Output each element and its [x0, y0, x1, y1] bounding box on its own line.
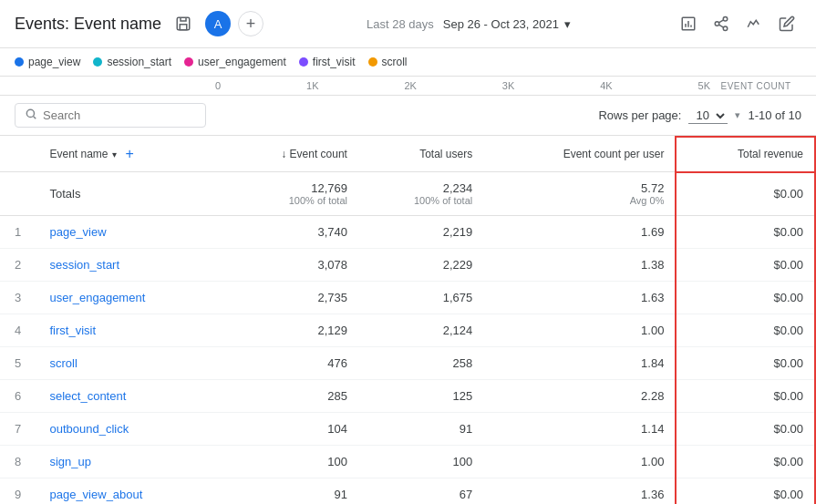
row-event-count: 3,740: [221, 216, 357, 249]
legend-item-session-start[interactable]: session_start: [93, 56, 171, 68]
row-total-users: 2,229: [358, 249, 483, 282]
axis-label-3k: 3K: [502, 80, 514, 91]
row-event-count: 2,735: [221, 282, 357, 314]
legend-label-first-visit: first_visit: [313, 56, 356, 68]
svg-point-4: [723, 26, 728, 31]
row-total-revenue: $0.00: [676, 314, 815, 347]
user-avatar-button[interactable]: A: [205, 11, 231, 36]
rows-per-page-label: Rows per page:: [598, 108, 681, 122]
row-total-revenue: $0.00: [676, 282, 815, 314]
row-num: 4: [0, 314, 38, 347]
table-row: 4 first_visit 2,129 2,124 1.00 $0.00: [0, 314, 815, 347]
legend-dot-page-view: [15, 57, 24, 67]
row-num: 2: [0, 249, 38, 282]
pagination-range: 1-10 of 10: [748, 108, 801, 122]
row-event-count: 476: [221, 347, 357, 380]
row-num: 6: [0, 380, 38, 413]
legend-item-first-visit[interactable]: first_visit: [299, 56, 356, 68]
row-total-revenue: $0.00: [676, 380, 815, 413]
table-row: 7 outbound_click 104 91 1.14 $0.00: [0, 413, 815, 446]
row-event-name[interactable]: first_visit: [38, 314, 221, 347]
date-range-picker[interactable]: Last 28 days Sep 26 - Oct 23, 2021 ▾: [367, 17, 571, 31]
col-header-total-users[interactable]: Total users: [358, 137, 483, 172]
add-comparison-button[interactable]: +: [238, 11, 263, 36]
save-report-button[interactable]: [169, 9, 198, 38]
legend-dot-session-start: [93, 57, 102, 67]
legend-dot-user-engagement: [184, 57, 193, 67]
pagination-info: Rows per page: 10 25 50 ▾ 1-10 of 10: [598, 108, 801, 124]
row-total-revenue: $0.00: [676, 446, 815, 478]
table-row: 3 user_engagement 2,735 1,675 1.63 $0.00: [0, 282, 815, 314]
date-range-label: Last 28 days: [367, 17, 434, 31]
row-event-name[interactable]: user_engagement: [38, 282, 221, 314]
share-icon-button[interactable]: [707, 9, 736, 38]
row-event-name[interactable]: sign_up: [38, 446, 221, 478]
row-event-count-per-user: 1.00: [483, 314, 676, 347]
row-event-count: 91: [221, 478, 357, 505]
events-table: Event name ▾ + ↓ Event count Total users…: [0, 136, 816, 504]
row-event-count: 3,078: [221, 249, 357, 282]
row-event-name[interactable]: session_start: [38, 249, 221, 282]
row-event-count-per-user: 1.84: [483, 347, 676, 380]
col-header-event-count[interactable]: ↓ Event count: [221, 137, 357, 172]
add-dimension-button[interactable]: +: [126, 146, 134, 162]
totals-event-count: 12,769 100% of total: [221, 172, 357, 216]
row-event-name[interactable]: select_content: [38, 380, 221, 413]
row-total-users: 2,124: [358, 314, 483, 347]
event-name-dropdown-icon: ▾: [112, 149, 117, 159]
totals-label: Totals: [38, 172, 221, 216]
row-event-name[interactable]: scroll: [38, 347, 221, 380]
row-event-count-per-user: 2.28: [483, 380, 676, 413]
row-total-revenue: $0.00: [676, 413, 815, 446]
legend-label-user-engagement: user_engagement: [198, 56, 286, 68]
row-event-count-per-user: 1.14: [483, 413, 676, 446]
row-total-users: 258: [358, 347, 483, 380]
legend-item-user-engagement[interactable]: user_engagement: [184, 56, 286, 68]
row-event-name[interactable]: page_view_about: [38, 478, 221, 505]
row-event-name[interactable]: outbound_click: [38, 413, 221, 446]
row-event-count: 285: [221, 380, 357, 413]
row-event-count-per-user: 1.36: [483, 478, 676, 505]
svg-point-3: [715, 22, 719, 26]
row-num: 1: [0, 216, 38, 249]
page-header: Events: Event name A + Last 28 days Sep …: [0, 0, 816, 48]
axis-label-5k: 5K: [698, 80, 710, 91]
trend-icon-button[interactable]: [739, 9, 769, 38]
row-num: 8: [0, 446, 38, 478]
row-total-users: 125: [358, 380, 483, 413]
table-header: Event name ▾ + ↓ Event count Total users…: [0, 137, 815, 172]
col-header-num: [0, 137, 38, 172]
row-event-count-per-user: 1.38: [483, 249, 676, 282]
row-num: 9: [0, 478, 38, 505]
row-total-users: 67: [358, 478, 483, 505]
edit-icon-button[interactable]: [772, 9, 801, 38]
rows-per-page-select[interactable]: 10 25 50: [688, 108, 728, 124]
table-row: 5 scroll 476 258 1.84 $0.00: [0, 347, 815, 380]
event-count-axis-label: EVENT COUNT: [710, 81, 801, 91]
legend-item-scroll[interactable]: scroll: [368, 56, 408, 68]
col-header-event-count-per-user[interactable]: Event count per user: [483, 137, 676, 172]
legend-label-scroll: scroll: [382, 56, 408, 68]
row-total-revenue: $0.00: [676, 478, 815, 505]
totals-row: Totals 12,769 100% of total 2,234 100% o…: [0, 172, 815, 216]
col-header-event-name[interactable]: Event name ▾ +: [38, 137, 221, 172]
total-users-col-label: Total users: [419, 148, 472, 160]
search-input[interactable]: [43, 108, 196, 122]
table-row: 2 session_start 3,078 2,229 1.38 $0.00: [0, 249, 815, 282]
legend-item-page-view[interactable]: page_view: [15, 56, 80, 68]
col-header-total-revenue[interactable]: Total revenue: [676, 137, 815, 172]
row-event-count: 104: [221, 413, 357, 446]
totals-event-count-per-user: 5.72 Avg 0%: [483, 172, 676, 216]
legend-dot-scroll: [368, 57, 377, 67]
legend-label-page-view: page_view: [28, 56, 80, 68]
axis-label-1k: 1K: [306, 80, 318, 91]
report-icon-button[interactable]: [674, 9, 703, 38]
row-total-users: 1,675: [358, 282, 483, 314]
event-count-per-user-col-label: Event count per user: [563, 148, 665, 160]
search-box[interactable]: [15, 103, 206, 128]
event-count-col-label: ↓ Event count: [281, 148, 347, 160]
header-action-icons: [674, 9, 801, 38]
row-event-name[interactable]: page_view: [38, 216, 221, 249]
table-body: Totals 12,769 100% of total 2,234 100% o…: [0, 172, 815, 505]
table-row: 6 select_content 285 125 2.28 $0.00: [0, 380, 815, 413]
